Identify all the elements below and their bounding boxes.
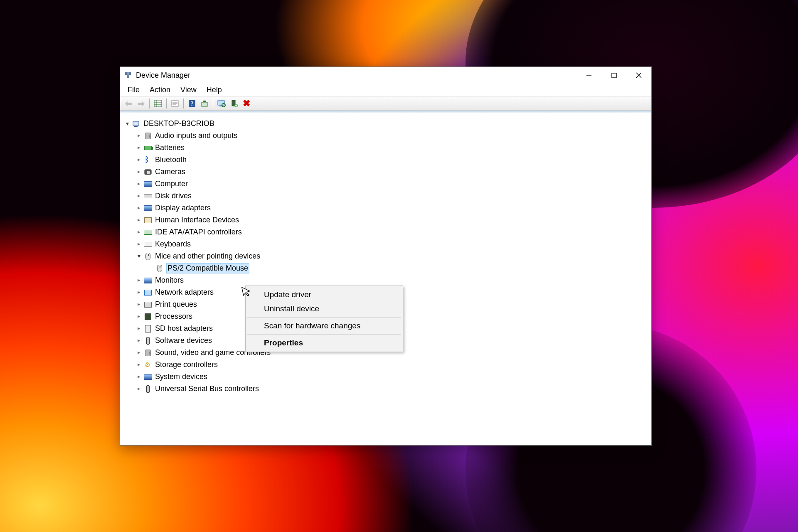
usb-icon <box>143 336 153 345</box>
tree-category[interactable]: ⚙Storage controllers <box>123 359 648 371</box>
add-legacy-button[interactable] <box>228 98 240 109</box>
chevron-right-icon[interactable] <box>135 180 143 187</box>
chevron-right-icon[interactable] <box>135 132 143 139</box>
category-label: Human Interface Devices <box>155 215 239 225</box>
tree-category[interactable]: ᛒBluetooth <box>123 154 648 166</box>
chevron-right-icon[interactable] <box>135 325 143 332</box>
close-button[interactable] <box>626 67 651 84</box>
chevron-right-icon[interactable] <box>135 144 143 151</box>
chevron-right-icon[interactable] <box>135 301 143 308</box>
svg-rect-2 <box>127 76 129 78</box>
chevron-right-icon[interactable] <box>135 204 143 212</box>
app-icon <box>123 71 133 80</box>
menu-file[interactable]: File <box>123 85 144 95</box>
tree-category[interactable]: Cameras <box>123 166 648 178</box>
arrow-right-icon: ➡ <box>138 99 145 108</box>
mouse-icon <box>155 264 164 273</box>
tree-device[interactable]: PS/2 Compatible Mouse <box>123 262 648 274</box>
chevron-right-icon[interactable] <box>135 229 143 236</box>
arrow-left-icon: ⬅ <box>125 99 132 108</box>
minimize-button[interactable] <box>576 67 601 84</box>
tree-category[interactable]: Display adapters <box>123 202 648 214</box>
context-uninstall-device[interactable]: Uninstall device <box>246 302 402 316</box>
speaker-icon <box>143 348 153 357</box>
category-label: Keyboards <box>155 239 191 249</box>
update-driver-button[interactable] <box>216 98 227 109</box>
help-icon: ? <box>188 100 196 107</box>
chevron-right-icon[interactable] <box>135 361 143 368</box>
gear-icon: ⚙ <box>143 360 153 369</box>
title-bar[interactable]: Device Manager <box>120 67 651 84</box>
context-scan-hardware[interactable]: Scan for hardware changes <box>246 319 402 333</box>
menu-view[interactable]: View <box>176 85 201 95</box>
svg-rect-21 <box>218 101 224 105</box>
svg-rect-6 <box>612 73 616 78</box>
grid-icon <box>154 100 162 107</box>
chevron-right-icon[interactable] <box>135 277 143 284</box>
category-label: Computer <box>155 179 188 189</box>
tree-category[interactable]: Human Interface Devices <box>123 214 648 226</box>
monitor-icon <box>143 276 153 285</box>
chevron-right-icon[interactable] <box>135 337 143 344</box>
tree-category[interactable]: Disk drives <box>123 190 648 202</box>
chevron-right-icon[interactable] <box>135 385 143 392</box>
context-separator <box>247 334 401 335</box>
card-icon <box>143 228 153 237</box>
svg-line-4 <box>128 75 130 76</box>
tree-category[interactable]: Mice and other pointing devices <box>123 250 648 262</box>
device-add-icon <box>230 100 238 107</box>
chevron-right-icon[interactable] <box>135 192 143 200</box>
printer-icon <box>143 300 153 309</box>
category-label: Storage controllers <box>155 360 218 369</box>
show-hidden-button[interactable] <box>152 98 164 109</box>
chevron-right-icon[interactable] <box>135 313 143 320</box>
maximize-button[interactable] <box>601 67 626 84</box>
category-label: System devices <box>155 372 207 382</box>
tree-category[interactable]: Computer <box>123 178 648 190</box>
properties-icon <box>171 100 179 107</box>
category-label: Software devices <box>155 336 212 345</box>
scan-hardware-button[interactable] <box>199 98 210 109</box>
usb-icon <box>143 384 153 394</box>
forward-button[interactable]: ➡ <box>135 98 147 109</box>
chevron-right-icon[interactable] <box>135 156 143 163</box>
menu-action[interactable]: Action <box>145 85 175 95</box>
chevron-right-icon[interactable] <box>135 373 143 380</box>
context-properties[interactable]: Properties <box>246 336 402 350</box>
category-label: Bluetooth <box>155 155 187 165</box>
tree-category[interactable]: System devices <box>123 371 648 383</box>
properties-button[interactable] <box>169 98 181 109</box>
chevron-down-icon[interactable] <box>135 252 143 260</box>
svg-line-3 <box>126 75 128 76</box>
category-label: Universal Serial Bus controllers <box>155 384 259 394</box>
device-manager-window: Device Manager File Action View Help ⬅ ➡ <box>120 66 652 446</box>
tree-root[interactable]: DESKTOP-B3CRIOB <box>123 118 648 130</box>
tree-category[interactable]: Audio inputs and outputs <box>123 130 648 142</box>
context-update-driver[interactable]: Update driver <box>246 288 402 302</box>
menu-help[interactable]: Help <box>202 85 226 95</box>
svg-text:?: ? <box>191 101 194 107</box>
chevron-right-icon[interactable] <box>135 289 143 296</box>
uninstall-button[interactable]: ✖ <box>241 98 252 109</box>
disk-icon <box>143 192 153 201</box>
root-label: DESKTOP-B3CRIOB <box>143 119 214 128</box>
tree-category[interactable]: Batteries <box>123 142 648 154</box>
chevron-right-icon[interactable] <box>135 241 143 248</box>
chevron-right-icon[interactable] <box>135 168 143 175</box>
chevron-right-icon[interactable] <box>135 217 143 224</box>
expander-icon[interactable] <box>123 120 131 128</box>
tree-category[interactable]: IDE ATA/ATAPI controllers <box>123 226 648 238</box>
tree-category[interactable]: Monitors <box>123 274 648 286</box>
tree-category[interactable]: Keyboards <box>123 238 648 250</box>
chevron-right-icon[interactable] <box>135 349 143 356</box>
category-label: SD host adapters <box>155 324 213 333</box>
back-button[interactable]: ⬅ <box>123 98 134 109</box>
help-button[interactable]: ? <box>186 98 198 109</box>
tree-category[interactable]: Universal Serial Bus controllers <box>123 383 648 395</box>
toolbar-separator <box>213 99 213 108</box>
device-tree[interactable]: DESKTOP-B3CRIOB Audio inputs and outputs… <box>120 113 651 445</box>
monitor-icon <box>143 204 153 213</box>
menu-bar: File Action View Help <box>120 84 651 96</box>
category-label: Network adapters <box>155 288 214 297</box>
category-label: IDE ATA/ATAPI controllers <box>155 227 242 237</box>
